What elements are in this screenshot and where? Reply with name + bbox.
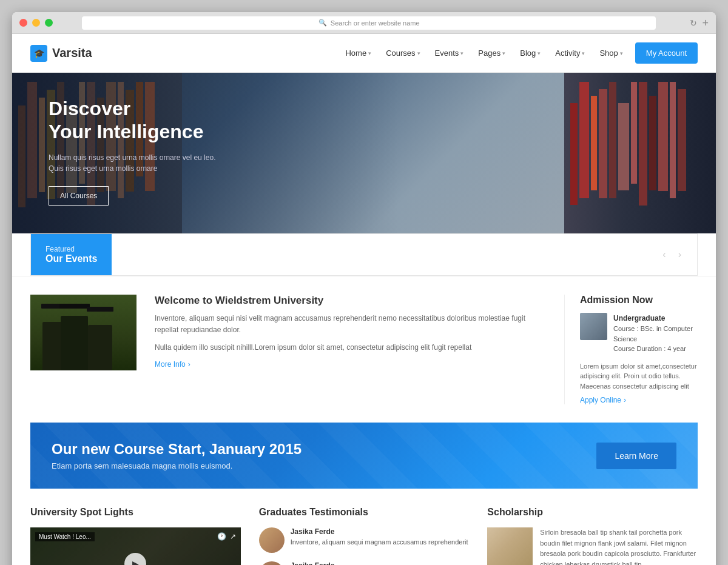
admission-thumbnail: [580, 313, 607, 340]
my-account-button[interactable]: My Account: [635, 42, 698, 64]
welcome-body2: Nulla quidem illo suscipit nihilll.Lorem…: [155, 342, 546, 353]
testimonial-item: Jasika Ferde Inventore, aliquam sequi ma…: [259, 527, 470, 553]
welcome-text: Welcome to Wieldstrem University Invento…: [155, 295, 546, 404]
navbar: 🎓 Varsita Home ▾ Courses ▾ Events ▾ P: [12, 34, 716, 73]
learn-more-button[interactable]: Learn More: [596, 443, 676, 469]
featured-badge: Featured Our Events: [31, 234, 112, 275]
video-thumbnail[interactable]: ▶ Must Watch ! Leo... 🕐 ↗: [30, 527, 241, 565]
nav-events[interactable]: Events ▾: [429, 44, 470, 62]
scholarship-photo: [487, 527, 533, 565]
shop-chevron-icon: ▾: [620, 50, 623, 56]
scholarship-content: Sirloin bresaola ball tip shank tail por…: [487, 527, 698, 565]
course-banner: Our new Course Start, January 2015 Etiam…: [30, 423, 698, 489]
all-courses-button[interactable]: All Courses: [49, 186, 109, 206]
admission-card: Undergraduate Course : BSc. in Computer …: [580, 313, 698, 354]
logo: 🎓 Varsita: [30, 45, 92, 62]
website-content: ⚙ 🎓 Varsita Home ▾ Courses ▾ Events: [12, 34, 716, 565]
testimonial-avatar-1: [259, 527, 285, 553]
apply-online-link[interactable]: Apply Online ›: [580, 396, 698, 404]
scholarship-body: Sirloin bresaola ball tip shank tail por…: [540, 527, 698, 565]
search-icon: 🔍: [318, 19, 327, 27]
course-banner-title: Our new Course Start, January 2015: [52, 441, 302, 458]
nav-activity[interactable]: Activity ▾: [549, 44, 591, 62]
admission-info: Undergraduate Course : BSc. in Computer …: [613, 313, 698, 354]
admission-degree: Undergraduate: [613, 314, 665, 323]
featured-next-button[interactable]: ›: [675, 248, 685, 261]
share-icon: ↗: [230, 532, 236, 541]
minimize-button[interactable]: [32, 19, 40, 27]
testimonial-avatar-2: [259, 561, 285, 565]
home-chevron-icon: ▾: [368, 50, 371, 56]
hero-subtitle: Nullam quis risus eget urna mollis ornar…: [49, 152, 218, 174]
close-button[interactable]: [19, 19, 27, 27]
testimonial-name-1: Jasika Ferde: [291, 527, 468, 536]
course-banner-text: Our new Course Start, January 2015 Etiam…: [52, 441, 302, 470]
welcome-image-container: [30, 295, 136, 404]
more-info-link[interactable]: More Info ›: [155, 360, 546, 369]
spotlights-title: University Spot Lights: [30, 507, 241, 518]
featured-events-title: Our Events: [46, 253, 97, 264]
nav-courses[interactable]: Courses ▾: [380, 44, 426, 62]
admission-title: Admission Now: [580, 295, 698, 306]
hero-content: Discover Your Intelligence Nullam quis r…: [49, 97, 218, 206]
testimonial-item-2: Jasika Ferde Inventore, aliquam sequi ma…: [259, 561, 470, 565]
graduation-image: [30, 295, 136, 370]
course-banner-subtitle: Etiam porta sem malesuada magna mollis e…: [52, 461, 302, 470]
featured-label: Featured: [46, 245, 97, 253]
courses-chevron-icon: ▾: [417, 50, 420, 56]
hero-bookshelf-right: [564, 73, 716, 233]
welcome-body1: Inventore, aliquam sequi nisi velit magn…: [155, 313, 546, 336]
logo-text: Varsita: [52, 46, 92, 60]
admission-course: Course : BSc. in Computer Science: [613, 325, 693, 343]
testimonial-body-1: Inventore, aliquam sequi magnam accusamu…: [291, 537, 468, 547]
activity-chevron-icon: ▾: [582, 50, 585, 56]
featured-events-section: Featured Our Events ‹ ›: [12, 233, 716, 276]
featured-events-inner: Featured Our Events ‹ ›: [30, 233, 698, 276]
nav-home[interactable]: Home ▾: [339, 44, 377, 62]
pages-chevron-icon: ▾: [502, 50, 505, 56]
nav-shop[interactable]: Shop ▾: [593, 44, 629, 62]
maximize-button[interactable]: [45, 19, 53, 27]
admission-section: Admission Now Undergraduate Course : BSc…: [564, 295, 698, 404]
reload-button[interactable]: ↻: [690, 18, 697, 28]
featured-prev-button[interactable]: ‹: [659, 248, 669, 261]
bottom-sections: University Spot Lights ▶ Must Watch ! Le…: [12, 507, 716, 565]
hero-section: Discover Your Intelligence Nullam quis r…: [12, 73, 716, 233]
scholarship-column: Scholarship Sirloin bresaola ball tip sh…: [487, 507, 698, 565]
testimonials-title: Graduates Testimonials: [259, 507, 470, 518]
blog-chevron-icon: ▾: [538, 50, 541, 56]
logo-icon: 🎓: [30, 45, 47, 62]
testimonial-text-1: Jasika Ferde Inventore, aliquam sequi ma…: [291, 527, 468, 547]
spotlights-column: University Spot Lights ▶ Must Watch ! Le…: [30, 507, 241, 565]
browser-window: 🔍 Search or enter website name ↻ + ⚙ 🎓 V…: [12, 12, 716, 565]
testimonials-column: Graduates Testimonials Jasika Ferde Inve…: [259, 507, 470, 565]
hero-title: Discover Your Intelligence: [49, 97, 218, 144]
new-tab-button[interactable]: +: [702, 18, 709, 28]
more-info-arrow-icon: ›: [188, 360, 190, 369]
address-bar[interactable]: 🔍 Search or enter website name: [82, 16, 656, 30]
address-placeholder: Search or enter website name: [331, 19, 420, 27]
featured-nav: ‹ ›: [659, 248, 697, 261]
video-label: Must Watch ! Leo...: [35, 532, 95, 541]
clock-icon: 🕐: [217, 532, 226, 541]
scholarship-title: Scholarship: [487, 507, 698, 518]
welcome-title: Welcome to Wieldstrem University: [155, 295, 546, 307]
video-icons: 🕐 ↗: [217, 532, 236, 541]
apply-arrow-icon: ›: [624, 396, 626, 404]
nav-blog[interactable]: Blog ▾: [514, 44, 547, 62]
welcome-section: Welcome to Wieldstrem University Invento…: [12, 276, 716, 423]
play-button[interactable]: ▶: [124, 553, 146, 565]
testimonial-name-2: Jasika Ferde: [291, 561, 468, 565]
admission-duration: Course Duration : 4 year: [613, 345, 686, 352]
nav-menu: Home ▾ Courses ▾ Events ▾ Pages ▾ Blog: [339, 44, 629, 62]
events-chevron-icon: ▾: [460, 50, 463, 56]
admission-body: Lorem ipsum dolor sit amet,consectetur a…: [580, 361, 698, 392]
nav-pages[interactable]: Pages ▾: [472, 44, 511, 62]
browser-titlebar: 🔍 Search or enter website name ↻ +: [12, 12, 716, 34]
testimonial-text-2: Jasika Ferde Inventore, aliquam sequi ma…: [291, 561, 468, 565]
